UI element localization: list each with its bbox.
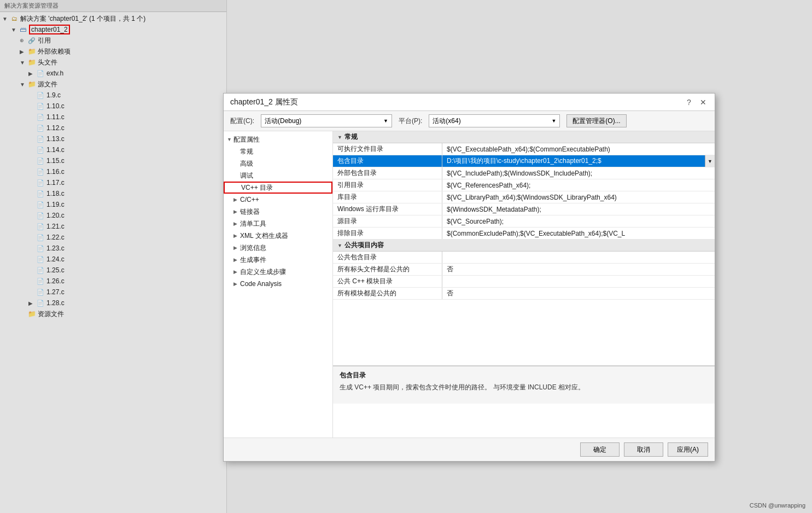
prop-value-all-headers: 否 bbox=[442, 264, 715, 275]
prop-row-ref-dirs[interactable]: 引用目录 $(VC_ReferencesPath_x64); bbox=[333, 179, 715, 191]
prop-row-windows-lib[interactable]: Windows 运行库目录 $(WindowsSDK_MetadataPath)… bbox=[333, 203, 715, 215]
prop-tree-debug[interactable]: 调试 bbox=[224, 170, 332, 182]
prop-tree-label-xml-gen: XML 文档生成器 bbox=[240, 231, 288, 241]
prop-tree-config[interactable]: ▼ 配置属性 bbox=[224, 133, 332, 145]
prop-value-executable: $(VC_ExecutablePath_x64);$(CommonExecuta… bbox=[442, 143, 715, 155]
prop-tree-label-general: 常规 bbox=[240, 147, 253, 156]
prop-row-executable[interactable]: 可执行文件目录 $(VC_ExecutablePath_x64);$(Commo… bbox=[333, 143, 715, 155]
prop-name-source-dirs: 源目录 bbox=[333, 215, 442, 227]
prop-tree-label-browse: 浏览信息 bbox=[240, 243, 266, 253]
prop-row-public-include[interactable]: 公共包含目录 bbox=[333, 252, 715, 264]
prop-name-all-modules: 所有模块都是公共的 bbox=[333, 288, 442, 299]
prop-tree-arrow-build-events: ▶ bbox=[233, 257, 240, 263]
config-manage-button[interactable]: 配置管理器(O)... bbox=[566, 114, 626, 127]
prop-tree-label-advanced: 高级 bbox=[240, 159, 253, 168]
dialog-help-button[interactable]: ? bbox=[684, 97, 694, 107]
platform-dropdown-value: 活动(x64) bbox=[433, 116, 460, 126]
prop-name-exclude-dirs: 排除目录 bbox=[333, 228, 442, 239]
section-general-label: 常规 bbox=[344, 132, 358, 142]
prop-tree-browse[interactable]: ▶ 浏览信息 bbox=[224, 242, 332, 254]
dialog-controls: ? ✕ bbox=[684, 97, 708, 107]
prop-section-public: ▼ 公共项目内容 bbox=[333, 240, 715, 252]
dialog-body: ▼ 配置属性 常规 高级 调试 VC++ 目录 ▶ C/C++ bbox=[224, 131, 715, 438]
platform-dropdown[interactable]: 活动(x64) ▼ bbox=[429, 114, 560, 127]
prop-tree[interactable]: ▼ 配置属性 常规 高级 调试 VC++ 目录 ▶ C/C++ bbox=[224, 131, 333, 438]
config-dropdown-value: 活动(Debug) bbox=[265, 116, 301, 126]
dialog-footer: 确定 取消 应用(A) bbox=[224, 438, 715, 461]
prop-tree-arrow-browse: ▶ bbox=[233, 245, 240, 250]
prop-tree-vc-dirs[interactable]: VC++ 目录 bbox=[224, 182, 332, 194]
prop-row-all-modules[interactable]: 所有模块都是公共的 否 bbox=[333, 288, 715, 300]
prop-row-source-dirs[interactable]: 源目录 $(VC_SourcePath); bbox=[333, 215, 715, 228]
prop-row-exclude-dirs[interactable]: 排除目录 $(CommonExcludePath);$(VC_Executabl… bbox=[333, 228, 715, 240]
cancel-button[interactable]: 取消 bbox=[624, 442, 663, 457]
prop-row-all-headers[interactable]: 所有标头文件都是公共的 否 bbox=[333, 264, 715, 276]
prop-value-all-modules: 否 bbox=[442, 288, 715, 299]
prop-tree-label-manifest: 清单工具 bbox=[240, 219, 266, 229]
prop-value-include-text: D:\项目\我的项目\c-study\chapter01_2\chapter01… bbox=[447, 156, 601, 166]
prop-name-executable: 可执行文件目录 bbox=[333, 143, 442, 155]
dialog-title: chapter01_2 属性页 bbox=[230, 97, 298, 107]
section-public-arrow: ▼ bbox=[337, 243, 342, 248]
prop-tree-custom-build[interactable]: ▶ 自定义生成步骤 bbox=[224, 266, 332, 278]
prop-tree-label-config: 配置属性 bbox=[233, 135, 260, 144]
property-dialog: chapter01_2 属性页 ? ✕ 配置(C): 活动(Debug) ▼ 平… bbox=[223, 93, 715, 462]
prop-tree-arrow-manifest: ▶ bbox=[233, 221, 240, 226]
dialog-titlebar: chapter01_2 属性页 ? ✕ bbox=[224, 94, 715, 111]
prop-value-include-dropdown[interactable]: ▼ bbox=[705, 155, 715, 167]
prop-name-public-cpp-mod: 公共 C++ 模块目录 bbox=[333, 276, 442, 287]
config-dropdown-arrow: ▼ bbox=[383, 118, 388, 124]
apply-button[interactable]: 应用(A) bbox=[668, 442, 708, 457]
prop-tree-arrow-cpp: ▶ bbox=[233, 197, 240, 202]
prop-tree-arrow-xml-gen: ▶ bbox=[233, 233, 240, 238]
prop-tree-cpp[interactable]: ▶ C/C++ bbox=[224, 194, 332, 206]
prop-value-public-cpp-mod bbox=[442, 276, 715, 287]
prop-tree-label-custom-build: 自定义生成步骤 bbox=[240, 267, 286, 277]
prop-row-include[interactable]: 包含目录 D:\项目\我的项目\c-study\chapter01_2\chap… bbox=[333, 155, 715, 167]
prop-name-windows-lib: Windows 运行库目录 bbox=[333, 203, 442, 215]
prop-grid-spacer bbox=[333, 300, 715, 365]
prop-tree-arrow-config: ▼ bbox=[227, 137, 233, 142]
prop-row-public-cpp-mod[interactable]: 公共 C++ 模块目录 bbox=[333, 276, 715, 288]
prop-tree-code-analysis[interactable]: ▶ Code Analysis bbox=[224, 278, 332, 290]
prop-value-windows-lib: $(WindowsSDK_MetadataPath); bbox=[442, 203, 715, 215]
prop-name-external-include: 外部包含目录 bbox=[333, 167, 442, 179]
prop-tree-label-vc-dirs: VC++ 目录 bbox=[241, 183, 273, 193]
prop-tree-arrow-custom-build: ▶ bbox=[233, 269, 240, 275]
prop-description: 包含目录 生成 VC++ 项目期间，搜索包含文件时使用的路径。 与环境变量 IN… bbox=[333, 365, 715, 404]
platform-dropdown-arrow: ▼ bbox=[551, 118, 556, 124]
prop-name-ref-dirs: 引用目录 bbox=[333, 179, 442, 191]
prop-tree-label-debug: 调试 bbox=[240, 171, 253, 180]
prop-value-public-include bbox=[442, 252, 715, 263]
prop-row-lib-dirs[interactable]: 库目录 $(VC_LibraryPath_x64);$(WindowsSDK_L… bbox=[333, 191, 715, 203]
config-row: 配置(C): 活动(Debug) ▼ 平台(P): 活动(x64) ▼ 配置管理… bbox=[224, 111, 715, 131]
prop-tree-build-events[interactable]: ▶ 生成事件 bbox=[224, 254, 332, 266]
prop-name-include: 包含目录 bbox=[333, 155, 442, 167]
prop-tree-manifest[interactable]: ▶ 清单工具 bbox=[224, 218, 332, 230]
prop-desc-title: 包含目录 bbox=[340, 371, 708, 380]
prop-tree-label-build-events: 生成事件 bbox=[240, 255, 266, 265]
prop-tree-general[interactable]: 常规 bbox=[224, 145, 332, 158]
config-dropdown[interactable]: 活动(Debug) ▼ bbox=[261, 114, 392, 127]
prop-tree-linker[interactable]: ▶ 链接器 bbox=[224, 206, 332, 218]
prop-name-all-headers: 所有标头文件都是公共的 bbox=[333, 264, 442, 275]
prop-tree-label-linker: 链接器 bbox=[240, 207, 260, 217]
prop-value-lib-dirs: $(VC_LibraryPath_x64);$(WindowsSDK_Libra… bbox=[442, 191, 715, 203]
section-public-label: 公共项目内容 bbox=[344, 241, 384, 250]
dialog-close-button[interactable]: ✕ bbox=[698, 97, 708, 107]
prop-tree-advanced[interactable]: 高级 bbox=[224, 158, 332, 170]
prop-tree-label-cpp: C/C++ bbox=[240, 196, 259, 203]
ok-button[interactable]: 确定 bbox=[580, 442, 620, 457]
prop-section-general: ▼ 常规 bbox=[333, 131, 715, 143]
prop-desc-text: 生成 VC++ 项目期间，搜索包含文件时使用的路径。 与环境变量 INCLUDE… bbox=[340, 382, 708, 392]
platform-label: 平台(P): bbox=[399, 116, 422, 126]
prop-value-include[interactable]: D:\项目\我的项目\c-study\chapter01_2\chapter01… bbox=[442, 155, 715, 167]
prop-value-source-dirs: $(VC_SourcePath); bbox=[442, 215, 715, 227]
prop-value-ref-dirs: $(VC_ReferencesPath_x64); bbox=[442, 179, 715, 191]
prop-value-exclude-dirs: $(CommonExcludePath);$(VC_ExecutablePath… bbox=[442, 228, 715, 239]
prop-grid: ▼ 常规 可执行文件目录 $(VC_ExecutablePath_x64);$(… bbox=[333, 131, 715, 438]
prop-tree-label-code-analysis: Code Analysis bbox=[240, 280, 282, 288]
prop-tree-xml-gen[interactable]: ▶ XML 文档生成器 bbox=[224, 230, 332, 242]
prop-row-external-include[interactable]: 外部包含目录 $(VC_IncludePath);$(WindowsSDK_In… bbox=[333, 167, 715, 179]
prop-name-public-include: 公共包含目录 bbox=[333, 252, 442, 263]
